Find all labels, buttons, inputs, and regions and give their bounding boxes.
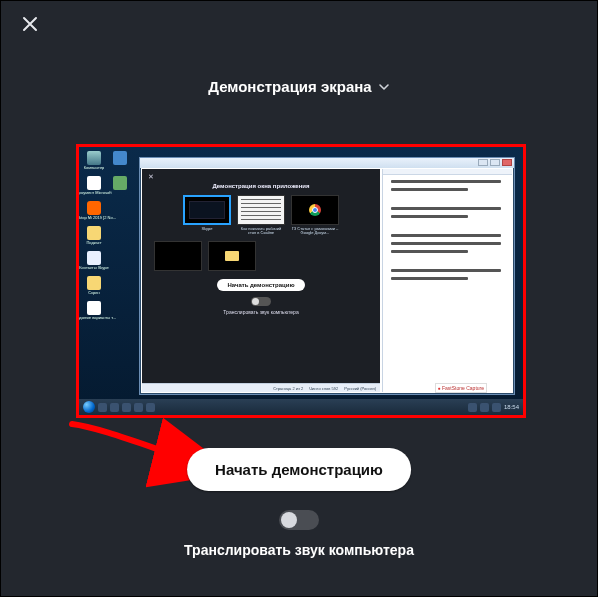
start-share-small: Начать демонстрацию: [217, 279, 304, 291]
app-thumb: [154, 241, 202, 271]
audio-toggle-small: [251, 297, 271, 306]
panel-title: Демонстрация окна приложения: [213, 183, 310, 189]
statusbar: Страница 2 из 2 Число слов 592 Русский (…: [142, 383, 380, 392]
screen-share-title: Демонстрация экрана: [208, 78, 371, 95]
start-share-label: Начать демонстрацию: [215, 461, 383, 478]
inner-window: ✕ Демонстрация окна приложения Skype Как…: [139, 157, 515, 395]
start-share-button[interactable]: Начать демонстрацию: [187, 448, 411, 491]
screen-preview[interactable]: Компьютер Документ Microsoft Desktop Mi …: [76, 144, 526, 418]
close-icon[interactable]: [20, 14, 40, 34]
app-thumb: [208, 241, 256, 271]
start-orb-icon: [83, 401, 95, 413]
app-thumb: Skype: [183, 195, 231, 235]
audio-toggle[interactable]: [279, 510, 319, 530]
panel-close-icon: ✕: [148, 173, 154, 181]
chevron-down-icon: [378, 81, 390, 93]
desktop-preview: Компьютер Документ Microsoft Desktop Mi …: [79, 147, 523, 415]
document-pane: [382, 169, 512, 392]
taskbar: 18:54: [79, 399, 523, 415]
screen-share-title-row[interactable]: Демонстрация экрана: [0, 78, 598, 95]
taskbar-clock: 18:54: [504, 404, 519, 410]
broadcast-label-small: Транслировать звук компьютера: [223, 309, 298, 315]
app-thumb: Как показать рабочий стол в Скайпе: [237, 195, 285, 235]
app-thumb: ГЗ Статья с рамочками – Google Докум...: [291, 195, 339, 235]
desktop-icons: Компьютер Документ Microsoft Desktop Mi …: [83, 151, 139, 397]
app-share-panel: ✕ Демонстрация окна приложения Skype Как…: [142, 169, 380, 392]
faststone-badge: ● FastStone Capture: [435, 383, 487, 393]
toggle-knob: [281, 512, 297, 528]
broadcast-label: Транслировать звук компьютера: [0, 542, 598, 558]
